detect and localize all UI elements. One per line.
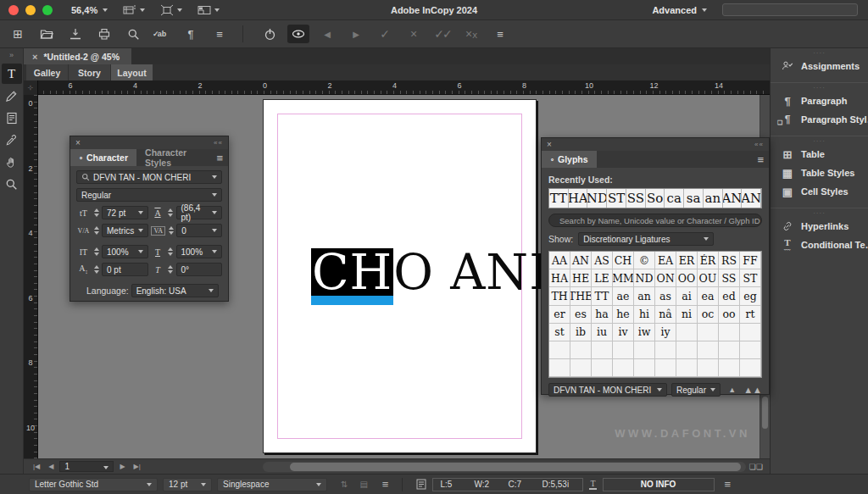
glyph-cell[interactable]: [676, 359, 698, 377]
horizontal-scale-stepper[interactable]: [167, 247, 175, 256]
glyph-cell[interactable]: [655, 359, 676, 377]
dock-group-grip[interactable]: ····: [771, 50, 868, 57]
panel-collapse-icon[interactable]: ««: [754, 141, 764, 148]
kerning-stepper[interactable]: [92, 226, 100, 235]
glyph-font-style-select[interactable]: Regular: [671, 383, 721, 397]
changes-menu-button[interactable]: ≡: [489, 25, 511, 43]
dock-item-paragraph-styles[interactable]: ¶❏ Paragraph Styl…: [771, 110, 868, 129]
glyph-cell[interactable]: oo: [719, 306, 740, 324]
glyph-cell[interactable]: ha: [592, 306, 613, 324]
workspace-switcher[interactable]: Advanced: [652, 5, 707, 15]
glyph-cell[interactable]: ni: [676, 306, 698, 324]
glyph-cell[interactable]: [719, 359, 740, 377]
recent-glyph-cell[interactable]: HA: [569, 189, 588, 208]
skew-stepper[interactable]: [167, 265, 175, 274]
glyph-cell[interactable]: ib: [570, 324, 592, 341]
note-tool-button[interactable]: [2, 86, 22, 106]
glyph-cell[interactable]: [634, 359, 655, 377]
panel-menu-icon[interactable]: ≡: [757, 153, 764, 166]
glyph-cell[interactable]: [698, 341, 719, 359]
glyph-cell[interactable]: [592, 359, 613, 377]
recent-glyph-cell[interactable]: ca: [665, 189, 684, 208]
type-tool-button[interactable]: T: [2, 64, 22, 84]
glyph-cell[interactable]: oc: [698, 306, 719, 324]
status-font-select[interactable]: Letter Gothic Std: [29, 478, 158, 491]
accept-all-changes-button[interactable]: ✓✓: [431, 25, 453, 43]
smaller-glyphs-button[interactable]: ▲: [728, 386, 736, 394]
close-panel-icon[interactable]: ×: [75, 138, 81, 147]
glyph-cell[interactable]: iw: [634, 324, 655, 341]
screen-mode-button[interactable]: [198, 4, 220, 16]
panel-collapse-icon[interactable]: ««: [214, 139, 223, 147]
font-size-stepper[interactable]: [92, 208, 100, 217]
close-tab-icon[interactable]: ×: [32, 52, 37, 62]
baseline-shift-stepper[interactable]: [92, 265, 100, 274]
glyph-cell[interactable]: hi: [634, 306, 655, 324]
glyph-font-family-select[interactable]: DFVN TAN - MON CHERI: [548, 383, 667, 397]
glyph-cell[interactable]: [719, 324, 740, 341]
tab-layout[interactable]: Layout: [111, 64, 153, 80]
recent-glyph-cell[interactable]: AN: [723, 189, 743, 208]
tab-character-styles[interactable]: Character Styles: [136, 149, 216, 166]
tab-galley[interactable]: Galley: [26, 64, 68, 80]
new-document-button[interactable]: ⊞: [7, 25, 29, 43]
tab-story[interactable]: Story: [69, 64, 110, 80]
glyph-cell[interactable]: [570, 359, 592, 377]
larger-glyphs-button[interactable]: ▲▲: [743, 385, 762, 395]
page-number-select[interactable]: 1: [59, 461, 114, 472]
glyph-cell[interactable]: ea: [698, 287, 719, 305]
glyph-cell[interactable]: ed: [719, 287, 740, 305]
glyph-cell[interactable]: [676, 324, 698, 341]
zoom-tool-button[interactable]: [2, 174, 22, 194]
leading-select[interactable]: (86,4 pt): [176, 206, 223, 219]
glyph-cell[interactable]: THE: [570, 287, 592, 305]
glyph-cell[interactable]: es: [570, 306, 592, 324]
glyph-search-input[interactable]: Search by Name, Unicode value or Charact…: [548, 214, 762, 227]
search-input[interactable]: [722, 3, 858, 16]
leading-stepper[interactable]: [167, 208, 175, 217]
glyph-cell[interactable]: AN: [570, 252, 592, 269]
open-document-button[interactable]: [36, 25, 58, 43]
galley-info-icon[interactable]: ▤: [359, 480, 367, 489]
previous-page-button[interactable]: ◀: [44, 463, 58, 470]
recent-glyph-cell[interactable]: TT: [549, 189, 569, 208]
glyph-cell[interactable]: FF: [740, 252, 761, 269]
recent-glyph-cell[interactable]: SS: [626, 189, 646, 208]
horizontal-ruler[interactable]: 64202468101214: [24, 80, 770, 95]
recent-glyph-cell[interactable]: ST: [607, 189, 626, 208]
glyph-cell[interactable]: ae: [613, 287, 634, 305]
first-page-button[interactable]: |◀: [29, 463, 44, 470]
tracking-stepper[interactable]: [167, 226, 175, 235]
glyph-cell[interactable]: OU: [698, 269, 719, 287]
language-select[interactable]: English: USA: [131, 284, 219, 297]
glyph-cell[interactable]: HA: [549, 269, 570, 287]
tracking-select[interactable]: 0: [176, 224, 222, 237]
show-filter-select[interactable]: Discretionary Ligatures: [578, 232, 714, 246]
glyph-cell[interactable]: er: [549, 306, 570, 324]
spread-view-icon[interactable]: ❏❏: [749, 463, 763, 471]
glyph-cell[interactable]: nâ: [655, 306, 676, 324]
previous-change-button[interactable]: ◀: [316, 25, 338, 43]
glyph-cell[interactable]: ÉR: [698, 252, 719, 269]
print-button[interactable]: [93, 25, 115, 43]
status-menu-icon[interactable]: ≡: [382, 478, 389, 491]
glyph-cell[interactable]: [613, 359, 634, 377]
show-hidden-characters-button[interactable]: ¶: [180, 25, 202, 43]
document-tab[interactable]: × *Untitled-2 @ 45%: [24, 48, 131, 64]
view-options-button[interactable]: [123, 4, 145, 16]
dock-item-table-styles[interactable]: ▦ Table Styles: [771, 164, 868, 182]
recent-glyph-cell[interactable]: sa: [684, 189, 704, 208]
glyph-cell[interactable]: [740, 341, 761, 359]
dock-item-table[interactable]: ⊞ Table: [771, 145, 868, 164]
vertical-ruler[interactable]: 0246810: [24, 95, 38, 458]
zoom-level-control[interactable]: 56,4%: [71, 5, 108, 15]
glyph-cell[interactable]: [740, 324, 761, 341]
document-tab-label[interactable]: *Untitled-2 @ 45%: [43, 52, 120, 62]
glyph-cell[interactable]: [740, 359, 761, 377]
glyph-cell[interactable]: eg: [740, 287, 761, 305]
show-changes-button[interactable]: [287, 25, 309, 43]
glyph-cell[interactable]: [592, 341, 613, 359]
skew-field[interactable]: 0°: [176, 263, 223, 276]
font-size-select[interactable]: 72 pt: [102, 206, 148, 219]
save-content-button[interactable]: [64, 25, 86, 43]
